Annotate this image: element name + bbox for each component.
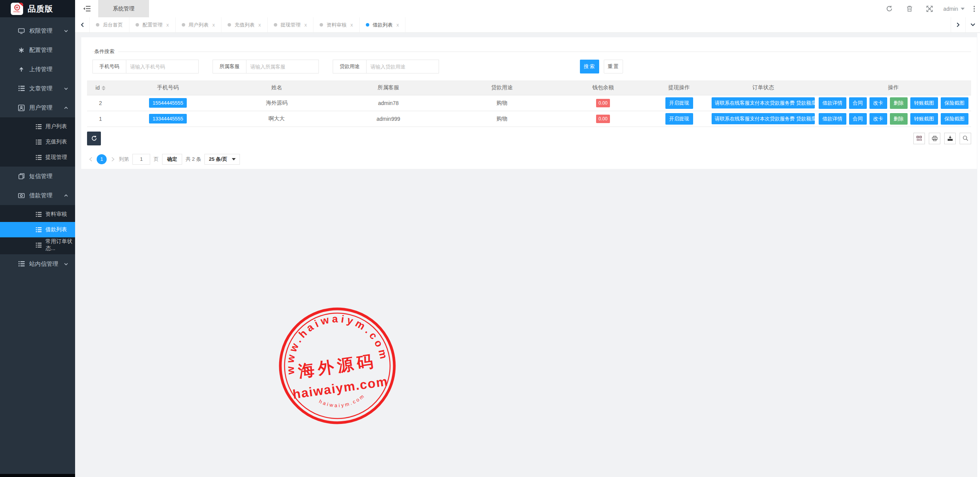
topbar-tab-system[interactable]: 系统管理: [98, 0, 149, 17]
tabs-scroll-right-icon[interactable]: [951, 17, 965, 32]
tab-ribbon: 后台首页 配置管理 x 用户列表 x 充值列表 x 提现管理 x 资料审核 x: [75, 17, 980, 33]
tab-config[interactable]: 配置管理 x: [129, 17, 176, 32]
table-header-row: id 手机号码 姓名 所属客服 贷款用途 钱包余额 提现操作 订单状态 操作: [87, 80, 971, 95]
sidebar-item-user[interactable]: 用户管理: [0, 98, 75, 117]
tab-withdraw-manage[interactable]: 提现管理 x: [268, 17, 314, 32]
loan-detail-button[interactable]: 借款详情: [819, 97, 846, 109]
sidebar-item-loan-list[interactable]: 借款列表: [0, 222, 75, 237]
delete-button[interactable]: 删除: [890, 113, 908, 125]
transfer-shot-button[interactable]: 转账截图: [910, 97, 938, 109]
list-icon: [36, 242, 42, 248]
search-magnifier-icon[interactable]: [960, 133, 971, 144]
goto-page-input[interactable]: [132, 154, 150, 165]
more-menu-icon[interactable]: [968, 0, 980, 17]
change-card-button[interactable]: 改卡: [869, 97, 887, 109]
tab-close-icon[interactable]: x: [350, 22, 353, 28]
sidebar-item-upload[interactable]: 上传管理: [0, 60, 75, 79]
pagination: 1 到第 页 确定 共 2 条 25 条/页: [88, 154, 971, 165]
tab-recharge-list[interactable]: 充值列表 x: [221, 17, 268, 32]
change-card-button[interactable]: 改卡: [869, 113, 887, 125]
sidebar-item-permission[interactable]: 权限管理: [0, 21, 75, 40]
sidebar-item-audit[interactable]: 资料审核: [0, 207, 75, 222]
tab-dot-icon: [366, 23, 369, 27]
tab-close-icon[interactable]: x: [305, 22, 307, 28]
cell-id: 1: [87, 111, 114, 127]
sidebar-item-message[interactable]: 站内信管理: [0, 254, 75, 274]
delete-button[interactable]: 删除: [890, 97, 908, 109]
sort-icon[interactable]: [102, 86, 106, 90]
monitor-icon: [18, 28, 25, 34]
tab-user-list[interactable]: 用户列表 x: [176, 17, 222, 32]
list-icon: [18, 261, 25, 267]
logo: M 招商银行 品质版: [0, 0, 75, 17]
enable-withdraw-button[interactable]: 开启提现: [665, 113, 693, 125]
reset-button[interactable]: 重置: [604, 60, 623, 73]
sidebar-item-order-status[interactable]: 常用订单状态...: [0, 237, 75, 253]
page-number[interactable]: 1: [97, 154, 107, 164]
agent-input[interactable]: [246, 60, 319, 73]
order-status-button[interactable]: 请联系在线客服支付本次贷款服务费 贷款额度*0.05: [712, 113, 815, 124]
goto-confirm-button[interactable]: 确定: [162, 154, 182, 165]
contract-button[interactable]: 合同: [849, 97, 867, 109]
loan-detail-button[interactable]: 借款详情: [819, 113, 846, 125]
cell-agent: admin78: [332, 95, 445, 111]
page-size-select[interactable]: 25 条/页: [204, 154, 240, 165]
sidebar-item-user-list[interactable]: 用户列表: [0, 119, 75, 134]
sidebar-item-sms[interactable]: 短信管理: [0, 167, 75, 186]
search-button[interactable]: 搜索: [580, 60, 599, 73]
stamp-domain-text: haiwaiym.com: [292, 374, 389, 401]
user-menu[interactable]: admin: [940, 6, 968, 12]
search-legend: 条件搜索: [94, 48, 118, 55]
sidebar-item-loan[interactable]: 借款管理: [0, 186, 75, 205]
print-icon[interactable]: [929, 133, 940, 144]
next-page-icon[interactable]: [110, 157, 116, 162]
purpose-input[interactable]: [367, 60, 439, 73]
transfer-shot-button[interactable]: 转账截图: [910, 113, 938, 125]
phone-badge[interactable]: 13344445555: [149, 114, 187, 123]
refresh-icon[interactable]: [879, 0, 900, 17]
tab-audit[interactable]: 资料审核 x: [313, 17, 360, 32]
fullscreen-icon[interactable]: [920, 0, 940, 17]
contract-button[interactable]: 合同: [849, 113, 867, 125]
col-balance: 钱包余额: [559, 80, 647, 95]
search-fieldset: 条件搜索: [92, 48, 971, 55]
trash-icon[interactable]: [900, 0, 920, 17]
tab-dot-icon: [320, 23, 323, 27]
sidebar-item-config[interactable]: 配置管理: [0, 40, 75, 60]
tabs-scroll-left-icon[interactable]: [75, 17, 90, 32]
col-id[interactable]: id: [87, 80, 114, 95]
tab-close-icon[interactable]: x: [213, 22, 215, 28]
sidebar-item-withdraw-manage[interactable]: 提现管理: [0, 150, 75, 165]
tab-home[interactable]: 后台首页: [90, 17, 129, 32]
cell-id: 2: [87, 95, 114, 111]
list-icon: [36, 155, 42, 160]
enable-withdraw-button[interactable]: 开启提现: [665, 97, 693, 109]
prev-page-icon[interactable]: [88, 157, 93, 162]
col-name: 姓名: [222, 80, 332, 95]
money-icon: [18, 192, 25, 199]
collapse-sidebar-button[interactable]: [75, 0, 98, 17]
phone-input[interactable]: [126, 60, 199, 73]
filter-columns-icon[interactable]: [913, 133, 925, 144]
list-icon: [36, 139, 42, 145]
order-status-button[interactable]: 请联系在线客服支付本次贷款服务费 贷款额度*0.05: [712, 97, 815, 108]
insurance-shot-button[interactable]: 保险截图: [941, 97, 968, 109]
tabs-menu-icon[interactable]: [965, 17, 980, 32]
sidebar-item-recharge-list[interactable]: 充值列表: [0, 134, 75, 150]
cell-purpose: 购物: [445, 95, 559, 111]
insurance-shot-button[interactable]: 保险截图: [941, 113, 968, 125]
table-tools: [913, 133, 971, 144]
goto-suffix: 页: [154, 156, 159, 163]
table-refresh-button[interactable]: [87, 132, 101, 145]
export-icon[interactable]: [944, 133, 956, 144]
phone-badge[interactable]: 15544445555: [149, 98, 187, 108]
tab-close-icon[interactable]: x: [166, 22, 169, 28]
sidebar-item-article[interactable]: 文章管理: [0, 79, 75, 98]
tab-close-icon[interactable]: x: [258, 22, 261, 28]
scrollbar[interactable]: [977, 33, 980, 477]
tab-dot-icon: [96, 23, 99, 27]
sidebar-nav: 权限管理 配置管理 上传管理 文章管理: [0, 17, 75, 274]
tab-loan-list[interactable]: 借款列表 x: [360, 17, 406, 32]
tab-close-icon[interactable]: x: [397, 22, 399, 28]
stamp-arc-bottom-text: haiwaiym.com: [318, 392, 367, 411]
